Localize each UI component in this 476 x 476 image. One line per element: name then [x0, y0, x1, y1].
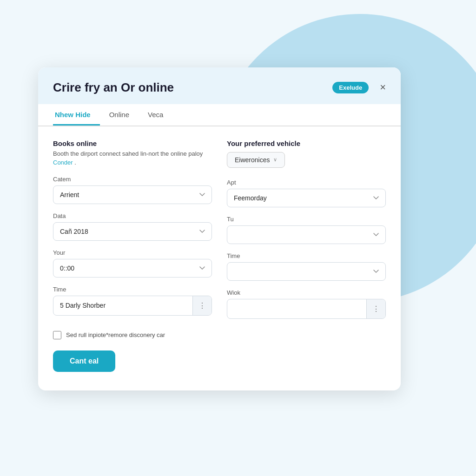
right-column: Your preferred vehicle Eiweronices ∨ Apt… — [227, 139, 386, 327]
exclude-badge: Exelude — [332, 82, 369, 93]
modal-dialog: Crire fry an Or online Exelude × Nhew Hi… — [38, 67, 401, 390]
preferred-vehicle-label: Your preferred vehicle — [227, 139, 386, 147]
tab-bar: Nhew Hide Online Veca — [38, 104, 401, 126]
time2-label: Time — [53, 286, 212, 293]
wiok-input-wrapper: ⋮ — [227, 299, 386, 319]
your-label: Your — [53, 249, 212, 256]
apt-label: Apt — [227, 179, 386, 186]
vehicle-chevron-icon: ∨ — [273, 157, 277, 163]
apt-select[interactable]: Feemorday — [227, 189, 386, 207]
tab-nhew-hide[interactable]: Nhew Hide — [53, 104, 100, 126]
data-select[interactable]: Cañ 2018 — [53, 222, 212, 241]
modal-title: Crire fry an Or online — [53, 80, 325, 95]
vehicle-value: Eiweronices — [235, 156, 270, 164]
books-online-title: Books online — [53, 139, 212, 147]
your-select[interactable]: 0::00 — [53, 259, 212, 278]
modal-body: Books online Booth the dirport connect s… — [38, 126, 401, 376]
time-label: Time — [227, 252, 386, 259]
modal-wrapper: Crire fry an Or online Exelude × Nhew Hi… — [38, 67, 401, 390]
time-group: Time — [227, 252, 386, 281]
tab-veca[interactable]: Veca — [146, 104, 172, 126]
tu-group: Tu — [227, 216, 386, 244]
tu-select[interactable] — [227, 225, 386, 244]
your-group: Your 0::00 — [53, 249, 212, 278]
desc-text-end: . — [74, 159, 76, 166]
submit-button[interactable]: Cant eal — [53, 350, 115, 372]
time-select[interactable] — [227, 262, 386, 281]
data-label: Data — [53, 212, 212, 219]
close-button[interactable]: × — [380, 82, 386, 93]
modal-header: Crire fry an Or online Exelude × — [38, 67, 401, 104]
main-content-grid: Books online Booth the dirport connect s… — [53, 139, 386, 327]
discovery-car-checkbox[interactable] — [53, 331, 61, 339]
conder-link[interactable]: Conder — [53, 159, 73, 166]
wiok-group: Wiok ⋮ — [227, 289, 386, 319]
catem-select[interactable]: Arrient — [53, 185, 212, 204]
left-column: Books online Booth the dirport connect s… — [53, 139, 212, 327]
checkbox-row: Sed rull inpiote*remore disconery car — [53, 331, 386, 339]
apt-group: Apt Feemorday — [227, 179, 386, 207]
tab-online[interactable]: Online — [107, 104, 139, 126]
checkbox-label[interactable]: Sed rull inpiote*remore disconery car — [66, 331, 165, 338]
tu-label: Tu — [227, 216, 386, 223]
data-group: Data Cañ 2018 — [53, 212, 212, 241]
time2-group: Time ⋮ — [53, 286, 212, 316]
catem-label: Catem — [53, 176, 212, 183]
wiok-input[interactable] — [227, 300, 366, 317]
vehicle-dropdown[interactable]: Eiweronices ∨ — [227, 152, 285, 168]
time2-input-wrapper: ⋮ — [53, 296, 212, 316]
wiok-label: Wiok — [227, 289, 386, 296]
time2-input[interactable] — [53, 297, 192, 314]
wiok-icon-button[interactable]: ⋮ — [366, 299, 385, 318]
desc-text-part1: Booth the dirport connect sahed lin-nort… — [53, 150, 203, 157]
books-online-desc: Booth the dirport connect sahed lin-nort… — [53, 149, 212, 167]
catem-group: Catem Arrient — [53, 176, 212, 204]
time2-icon-button[interactable]: ⋮ — [192, 296, 212, 315]
